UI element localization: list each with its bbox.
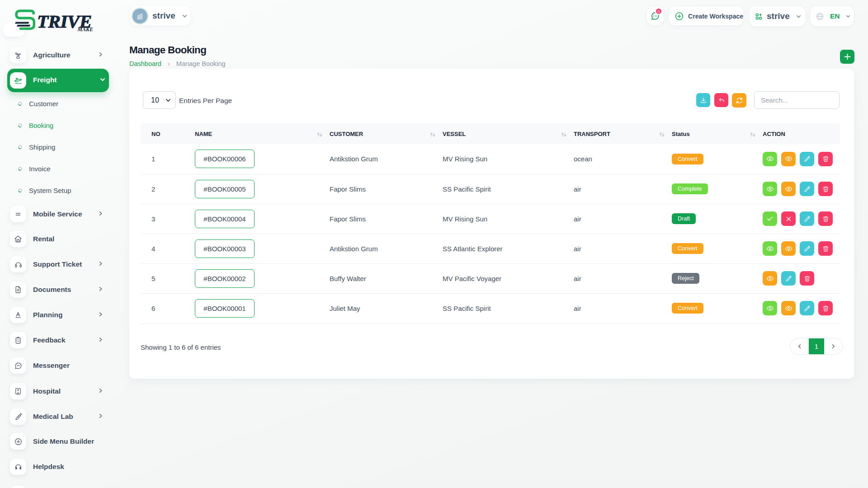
- svg-text:MAKE: MAKE: [77, 26, 93, 33]
